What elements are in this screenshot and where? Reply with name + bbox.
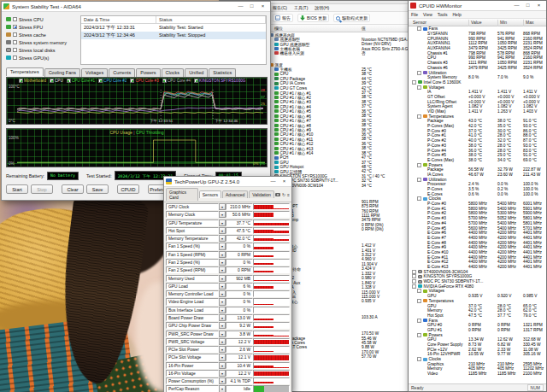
dropdown-arrow-icon[interactable]: ▾ [219, 266, 226, 273]
dropdown-arrow-icon[interactable]: ▾ [219, 362, 226, 369]
stress-item-stress-fpu[interactable]: Stress FPU [6, 23, 78, 31]
dropdown-arrow-icon[interactable]: ▾ [219, 331, 226, 337]
legend-checkbox[interactable] [50, 79, 54, 83]
column-sensor[interactable]: Sensor [411, 20, 426, 26]
expand-icon[interactable]: - [417, 333, 421, 337]
expand-icon[interactable]: - [417, 71, 421, 75]
stress-checkbox[interactable] [13, 17, 17, 21]
dropdown-arrow-icon[interactable]: ▾ [219, 290, 226, 297]
tab-cooling-fans[interactable]: Cooling Fans [44, 68, 80, 77]
dropdown-arrow-icon[interactable]: ▾ [219, 227, 226, 234]
stress-checkbox[interactable] [13, 40, 17, 44]
stress-checkbox[interactable] [13, 32, 17, 37]
expand-icon[interactable]: - [412, 80, 416, 85]
stress-item-stress-gpu-s[interactable]: Stress GPU(s) [6, 54, 78, 61]
gpuz-tab-graphics-card[interactable]: Graphics Card [166, 188, 198, 201]
expand-icon[interactable]: - [417, 319, 421, 323]
log-row[interactable]: 2024/3/12 下午 12:34:46Stability Test: Sto… [81, 32, 266, 39]
column-max[interactable]: Max [523, 20, 533, 26]
tab-currents[interactable]: Currents [109, 68, 135, 77]
dropdown-arrow-icon[interactable]: ▾ [219, 211, 226, 218]
log-col-datetime[interactable]: Date & Time [81, 16, 156, 23]
menu-c[interactable]: 報告(C) [273, 5, 287, 10]
toolbar-bios[interactable]: BIOS 更新 [297, 14, 329, 22]
dropdown-arrow-icon[interactable]: ▾ [219, 385, 226, 392]
stress-item-stress-cpu[interactable]: Stress CPU [6, 15, 78, 23]
menu-icon[interactable]: ≡ [287, 192, 290, 197]
expand-icon[interactable]: - [412, 274, 416, 278]
tab-unified[interactable]: Unified [185, 68, 208, 77]
dropdown-arrow-icon[interactable]: ▾ [219, 370, 226, 377]
expand-icon[interactable]: - [417, 289, 421, 293]
expand-icon[interactable]: - [417, 357, 421, 361]
expand-icon[interactable]: - [412, 279, 416, 284]
stress-item-stress-system-memory[interactable]: Stress system memory [6, 38, 78, 46]
legend-checkbox[interactable] [19, 79, 23, 83]
menu-h[interactable]: 說明(H) [315, 5, 329, 10]
dropdown-arrow-icon[interactable]: ▾ [219, 275, 226, 282]
expand-icon[interactable]: - [417, 299, 421, 303]
expand-icon[interactable]: - [417, 196, 421, 201]
expand-icon[interactable]: - [417, 85, 421, 90]
column-value[interactable]: Value [468, 20, 481, 26]
dropdown-arrow-icon[interactable]: ▾ [219, 354, 226, 360]
dropdown-arrow-icon[interactable]: ▾ [219, 338, 226, 345]
menu-tools[interactable]: Tools [438, 12, 448, 17]
hwmonitor-maximize-button[interactable]: □ [522, 1, 533, 10]
menu-t[interactable]: 工具(T) [294, 5, 308, 10]
expand-icon[interactable]: - [417, 114, 421, 119]
sst-minimize-button[interactable]: — [235, 2, 246, 11]
legend-checkbox[interactable] [67, 79, 71, 83]
stress-item-stress-local-disks[interactable]: Stress local disks [6, 46, 78, 54]
expand-icon[interactable]: - [412, 270, 416, 274]
cpuid-button[interactable]: CPUID [117, 184, 139, 194]
menu-file[interactable]: File [411, 12, 418, 17]
legend-checkbox[interactable] [194, 79, 198, 83]
dropdown-arrow-icon[interactable]: ▾ [219, 235, 226, 242]
dropdown-arrow-icon[interactable]: ▾ [219, 314, 226, 321]
column-min[interactable]: Min [497, 20, 507, 26]
expand-icon[interactable]: - [417, 178, 421, 182]
stress-checkbox[interactable] [13, 48, 17, 52]
log-row[interactable]: 2024/3/12 下午 12:33:31Stability Test: Sta… [81, 24, 266, 32]
gpuz-close-button[interactable]: × [279, 177, 290, 186]
menu-help[interactable]: Help [453, 12, 462, 17]
legend-checkbox[interactable] [98, 79, 103, 83]
camera-icon[interactable] [275, 193, 280, 196]
dropdown-arrow-icon[interactable]: ▾ [219, 298, 226, 305]
gpuz-tab-validation[interactable]: Validation [249, 190, 274, 198]
tab-voltages[interactable]: Voltages [81, 68, 108, 77]
hwmonitor-close-button[interactable]: × [533, 1, 544, 10]
gpuz-minimize-button[interactable]: — [268, 177, 279, 186]
dropdown-arrow-icon[interactable]: ▾ [219, 219, 226, 226]
dropdown-arrow-icon[interactable]: ▾ [219, 346, 226, 353]
toolbar-x[interactable]: 報告 [273, 14, 293, 22]
hwmonitor-titlebar[interactable]: CPUID HWMonitor —□× [409, 1, 546, 11]
expand-icon[interactable]: - [417, 26, 421, 31]
dropdown-arrow-icon[interactable]: ▾ [219, 251, 226, 258]
legend-checkbox[interactable] [162, 79, 167, 83]
sst-close-button[interactable]: × [257, 2, 268, 11]
hwmonitor-minimize-button[interactable]: — [511, 1, 522, 10]
tab-powers[interactable]: Powers [136, 68, 160, 77]
stress-checkbox[interactable] [13, 25, 17, 29]
gpuz-tab-advanced[interactable]: Advanced [222, 190, 248, 198]
dropdown-arrow-icon[interactable]: ▾ [219, 307, 226, 313]
dropdown-arrow-icon[interactable]: ▾ [219, 283, 226, 290]
sst-maximize-button[interactable]: □ [246, 2, 257, 11]
dropdown-arrow-icon[interactable]: ▾ [219, 377, 226, 384]
toolbar-x[interactable]: 驅動程式更新 [333, 14, 370, 22]
refresh-icon[interactable]: ↻ [282, 192, 285, 197]
menu-view[interactable]: View [423, 12, 432, 17]
sst-titlebar[interactable]: System Stability Test - AIDA64 —□× [2, 2, 270, 12]
expand-icon[interactable]: - [412, 284, 416, 289]
dropdown-arrow-icon[interactable]: ▾ [219, 322, 226, 329]
tab-clocks[interactable]: Clocks [162, 68, 185, 77]
legend-checkbox[interactable] [130, 79, 134, 83]
stress-checkbox[interactable] [13, 56, 17, 60]
gpuz-tab-sensors[interactable]: Sensors [199, 190, 221, 198]
expand-icon[interactable]: - [417, 163, 421, 167]
tab-statistics[interactable]: Statistics [209, 68, 236, 77]
gpuz-titlebar[interactable]: TechPowerUp GPU-Z 2.54.0 —× [164, 177, 291, 187]
hwm-row-video[interactable]: Video1185 MHz1185 MHz2100 MHz [409, 372, 546, 377]
